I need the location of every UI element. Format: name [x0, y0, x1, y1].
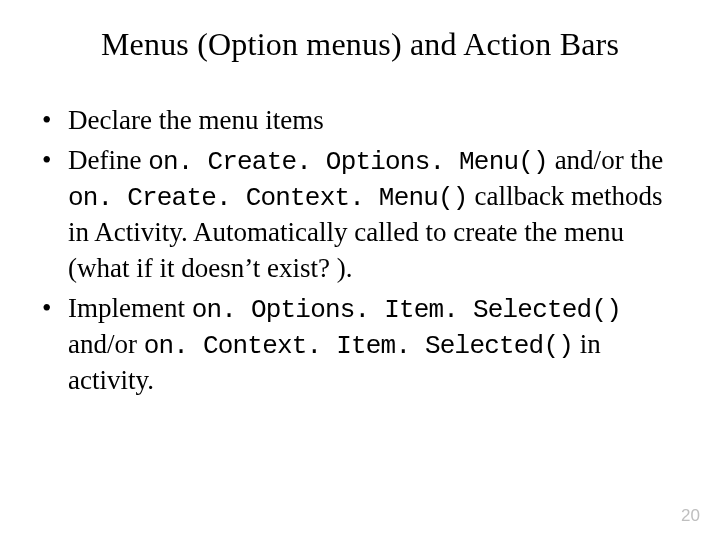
page-number: 20 — [681, 506, 700, 526]
slide: Menus (Option menus) and Action Bars Dec… — [0, 0, 720, 540]
code-on-context-item-selected: on. Context. Item. Selected() — [144, 331, 573, 361]
bullet-item-2: Define on. Create. Options. Menu() and/o… — [38, 143, 688, 287]
bullet-text-part: Implement — [68, 293, 192, 323]
code-on-options-item-selected: on. Options. Item. Selected() — [192, 295, 621, 325]
bullet-list: Declare the menu items Define on. Create… — [32, 103, 688, 399]
bullet-item-3: Implement on. Options. Item. Selected() … — [38, 291, 688, 399]
bullet-text-part: and/or the — [548, 145, 663, 175]
slide-title: Menus (Option menus) and Action Bars — [32, 26, 688, 63]
code-on-create-options-menu: on. Create. Options. Menu() — [148, 147, 548, 177]
bullet-text-part: and/or — [68, 329, 144, 359]
bullet-text-part: Define — [68, 145, 148, 175]
bullet-text: Declare the menu items — [68, 105, 324, 135]
bullet-item-1: Declare the menu items — [38, 103, 688, 139]
code-on-create-context-menu: on. Create. Context. Menu() — [68, 183, 468, 213]
